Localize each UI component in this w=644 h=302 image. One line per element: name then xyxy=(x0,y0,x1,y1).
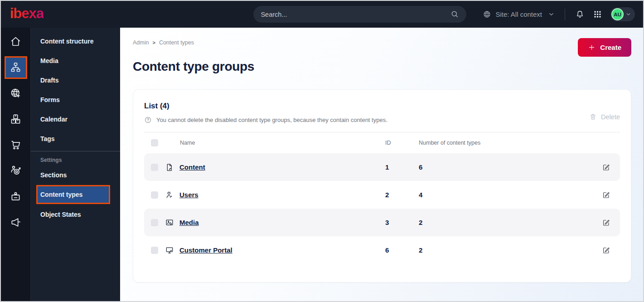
column-name: Name xyxy=(165,140,385,146)
row-id: 6 xyxy=(385,246,419,254)
topbar-divider xyxy=(565,9,565,20)
sidebar: Content structure Media Drafts Forms Cal… xyxy=(30,28,120,301)
column-count: Number of content types xyxy=(419,140,602,146)
edit-icon xyxy=(602,218,610,227)
edit-icon xyxy=(602,163,610,171)
sidebar-item-drafts[interactable]: Drafts xyxy=(31,70,120,90)
list-info: You cannot delete the disabled content t… xyxy=(144,116,387,124)
create-button[interactable]: Create xyxy=(578,38,631,57)
trash-icon xyxy=(589,113,597,121)
edit-button[interactable] xyxy=(602,163,620,171)
row-id: 3 xyxy=(385,219,419,226)
boxes-icon xyxy=(10,113,22,125)
breadcrumb-separator: > xyxy=(152,40,155,45)
edit-icon xyxy=(602,190,610,199)
list-info-text: You cannot delete the disabled content t… xyxy=(156,117,387,123)
page-title: Content type groups xyxy=(133,59,631,74)
user-icon xyxy=(165,190,174,200)
sidebar-item-media[interactable]: Media xyxy=(31,51,120,70)
rail-item-campaigns[interactable] xyxy=(1,209,30,235)
content-type-group-link[interactable]: Content xyxy=(179,163,205,171)
sidebar-item-tags[interactable]: Tags xyxy=(31,129,120,148)
site-context-switcher[interactable]: Site: All context xyxy=(483,10,555,19)
row-checkbox[interactable] xyxy=(151,247,158,254)
row-count: 4 xyxy=(419,191,602,199)
app-window: ibexa Site: All context AU xyxy=(0,0,644,302)
content-type-group-link[interactable]: Customer Portal xyxy=(179,246,232,254)
edit-icon xyxy=(602,246,610,254)
breadcrumb-admin[interactable]: Admin xyxy=(133,39,149,46)
grid-icon xyxy=(593,10,602,19)
row-id: 1 xyxy=(385,163,419,171)
user-menu[interactable]: AU xyxy=(610,7,635,21)
content-type-group-link[interactable]: Users xyxy=(179,191,199,199)
sidebar-item-content-types[interactable]: Content types xyxy=(36,185,110,204)
topbar-right: Site: All context AU xyxy=(483,7,635,21)
rail-item-content[interactable] xyxy=(1,54,30,80)
icon-rail xyxy=(1,28,30,301)
search-icon[interactable] xyxy=(450,10,459,19)
edit-button[interactable] xyxy=(602,218,620,227)
bell-icon xyxy=(575,10,585,19)
rail-item-site[interactable] xyxy=(1,80,30,106)
topbar: ibexa Site: All context AU xyxy=(1,1,643,28)
app-grid-button[interactable] xyxy=(593,10,602,19)
edit-button[interactable] xyxy=(602,246,620,254)
person-target-icon xyxy=(10,165,22,177)
cart-icon xyxy=(10,139,22,151)
delete-button[interactable]: Delete xyxy=(589,113,620,121)
sitemap-icon xyxy=(10,61,22,73)
breadcrumb: Admin > Content types xyxy=(133,39,631,46)
file-icon xyxy=(165,163,174,172)
badge-icon xyxy=(10,190,22,203)
row-checkbox[interactable] xyxy=(151,219,158,226)
sidebar-item-calendar[interactable]: Calendar xyxy=(31,109,120,129)
table-row: Customer Portal 6 2 xyxy=(144,236,620,264)
chevron-down-icon xyxy=(625,11,631,17)
global-search[interactable] xyxy=(253,6,466,23)
sidebar-item-sections[interactable]: Sections xyxy=(31,165,120,185)
table-row: Users 2 4 xyxy=(144,181,620,209)
home-icon xyxy=(10,35,22,48)
plus-icon xyxy=(588,44,596,51)
chevron-down-icon xyxy=(548,11,555,18)
site-context-label: Site: All context xyxy=(495,10,542,18)
select-all-checkbox[interactable] xyxy=(151,139,158,146)
table-header: Name ID Number of content types xyxy=(144,132,620,153)
megaphone-icon xyxy=(10,216,22,229)
breadcrumb-content-types: Content types xyxy=(159,39,194,46)
sidebar-item-content-structure[interactable]: Content structure xyxy=(31,31,120,51)
row-checkbox[interactable] xyxy=(151,164,158,171)
notifications-button[interactable] xyxy=(575,10,585,19)
rail-item-product-catalog[interactable] xyxy=(1,106,30,132)
edit-button[interactable] xyxy=(602,190,620,199)
rail-item-admin[interactable] xyxy=(1,184,30,209)
globe-cursor-icon xyxy=(10,87,22,99)
main-content: Admin > Content types Create Content typ… xyxy=(120,28,643,301)
row-count: 2 xyxy=(419,219,602,226)
list-card-header: List (4) You cannot delete the disabled … xyxy=(144,102,620,124)
table-row: Media 3 2 xyxy=(144,209,620,236)
avatar: AU xyxy=(611,8,624,20)
row-count: 2 xyxy=(419,246,602,254)
list-title: List (4) xyxy=(144,102,387,111)
search-input[interactable] xyxy=(261,11,450,18)
row-count: 6 xyxy=(419,163,602,171)
sidebar-item-forms[interactable]: Forms xyxy=(31,90,120,109)
sidebar-divider xyxy=(31,151,120,151)
content-type-group-link[interactable]: Media xyxy=(179,219,199,226)
ibexa-logo[interactable]: ibexa xyxy=(10,6,44,22)
rail-item-commerce[interactable] xyxy=(1,132,30,158)
sidebar-section-label: Settings xyxy=(31,152,120,165)
list-card: List (4) You cannot delete the disabled … xyxy=(133,89,631,283)
row-id: 2 xyxy=(385,191,419,199)
column-id: ID xyxy=(385,140,419,146)
globe-icon xyxy=(483,10,491,19)
image-icon xyxy=(165,218,174,227)
table-row: Content 1 6 xyxy=(144,153,620,181)
rail-item-personalization[interactable] xyxy=(1,158,30,184)
row-checkbox[interactable] xyxy=(151,191,158,199)
rail-item-dashboard[interactable] xyxy=(1,29,30,54)
sidebar-item-object-states[interactable]: Object States xyxy=(31,205,120,224)
monitor-icon xyxy=(165,246,174,255)
